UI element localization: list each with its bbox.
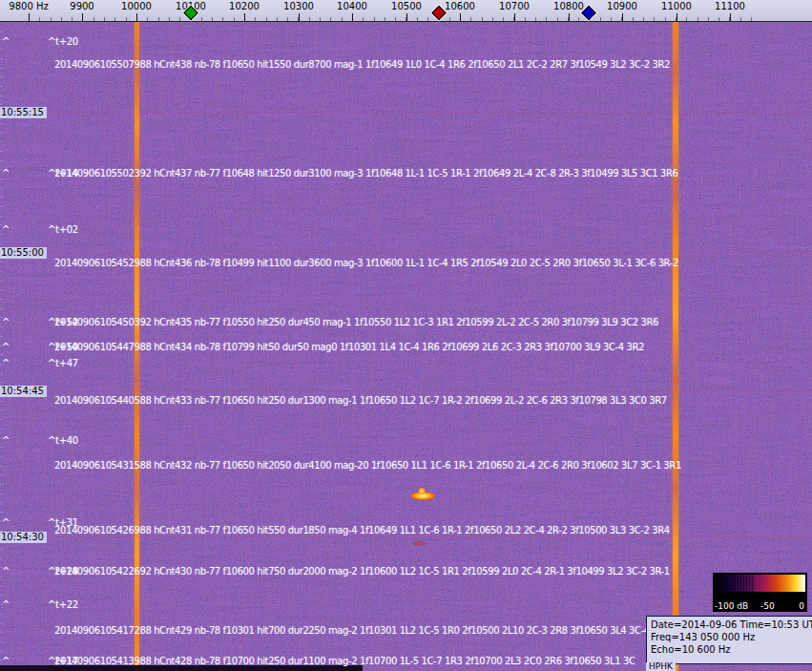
echo-caret-icon: ^ — [2, 358, 10, 368]
detection-log-line: 20140906105440588 hCnt433 nb-77 f10650 h… — [54, 395, 667, 406]
time-gridline — [0, 112, 812, 113]
detection-log-line: 20140906105502392 hCnt437 nb-77 f10648 h… — [54, 168, 678, 178]
echo-caret-icon: ^ — [2, 168, 10, 178]
freq-tick-mark — [569, 13, 570, 21]
echo-caret-icon: ^ — [2, 317, 10, 327]
freq-tick-label: 10500 — [391, 1, 422, 11]
frequency-minor-ticks — [29, 17, 754, 21]
echo-caret-icon: ^ — [2, 342, 10, 352]
echo-caret-icon: ^ — [2, 656, 10, 666]
detection-log-line: 20140906105426988 hCnt431 nb-77 f10650 h… — [54, 525, 670, 535]
observation-info-box: Date=2014-09-06 Time=10:53 UTCFreq=143 0… — [646, 616, 812, 664]
meteor-echo-blob — [413, 541, 426, 546]
freq-tick-mark — [406, 13, 407, 21]
freq-tick-label: 10000 — [121, 1, 152, 11]
db-min-label: -100 dB — [715, 601, 748, 611]
echo-caret-icon: ^ — [2, 36, 10, 47]
echo-time-marker: ^t+31 — [48, 517, 78, 528]
time-axis-label: 10:55:15 — [0, 107, 47, 118]
freq-gridline — [29, 21, 30, 671]
echo-caret-icon: ^ — [2, 566, 10, 577]
echo-caret-icon: ^ — [2, 435, 10, 446]
freq-tick-mark — [677, 13, 677, 21]
detection-log-line: 20140906105507988 hCnt438 nb-78 f10650 h… — [54, 59, 670, 70]
freq-tick-mark — [82, 13, 83, 21]
echo-caret-icon: ^ — [2, 599, 10, 610]
echo-time-marker: ^t+50 — [48, 342, 78, 352]
meteor-echo-blob — [419, 488, 425, 493]
echo-time-marker: ^t+20 — [48, 36, 78, 47]
info-box-line: Echo=10 600 Hz — [651, 643, 812, 656]
freq-tick-label: 11000 — [661, 1, 692, 11]
freq-tick-mark — [299, 13, 300, 21]
meteor-echo-blob — [410, 492, 435, 500]
db-scale-labels: -100 dB -50 0 — [713, 599, 807, 611]
detection-log-line: 20140906105431588 hCnt432 nb-77 f10650 h… — [54, 460, 681, 471]
time-gridline — [0, 390, 812, 391]
time-axis-label: 10:54:30 — [0, 532, 47, 543]
db-scale-legend: -100 dB -50 0 — [713, 573, 807, 612]
freq-tick-label: 10400 — [337, 1, 367, 11]
echo-time-marker: ^t+40 — [48, 435, 78, 446]
freq-tick-mark — [622, 13, 623, 21]
freq-tick-label: 10900 — [607, 1, 637, 11]
info-box-line: Date=2014-09-06 Time=10:53 UTC — [651, 619, 812, 631]
freq-tick-label: 10300 — [283, 1, 314, 11]
freq-tick-label: 11100 — [715, 1, 745, 11]
meteor-echo-spectrogram-window: 9800 Hz990010000101001020010300104001050… — [0, 0, 812, 671]
detection-log-line: 20140906105422692 hCnt430 nb-77 f10600 h… — [54, 566, 670, 577]
echo-time-marker: ^t+47 — [48, 358, 78, 368]
freq-tick-label: 10600 — [445, 1, 475, 11]
carrier-signal-stripe — [673, 21, 678, 671]
echo-time-marker: ^t+17 — [48, 656, 78, 666]
freq-tick-mark — [29, 13, 30, 21]
time-gridline — [0, 252, 812, 253]
info-box-line: Freq=143 050 000 Hz — [651, 631, 812, 643]
echo-time-marker: ^t+22 — [48, 599, 78, 610]
detection-log-line: 20140906105452988 hCnt436 nb-78 f10499 h… — [54, 258, 678, 268]
freq-tick-mark — [244, 13, 245, 21]
freq-tick-label: 9800 Hz — [9, 1, 48, 11]
db-gradient-dither — [715, 575, 755, 592]
spectrogram-canvas[interactable]: 20140906105507988 hCnt438 nb-78 f10650 h… — [0, 21, 812, 671]
detection-log-line: 20140906105450392 hCnt435 nb-77 f10550 h… — [54, 317, 658, 327]
echo-time-marker: ^t+02 — [48, 224, 78, 235]
freq-tick-mark — [514, 13, 515, 21]
db-max-label: 0 — [799, 601, 804, 611]
time-axis-label: 10:54:45 — [0, 386, 47, 397]
freq-tick-mark — [352, 13, 353, 21]
time-gridline — [0, 536, 812, 537]
echo-caret-icon: ^ — [2, 224, 10, 235]
freq-tick-label: 10700 — [499, 1, 530, 11]
detection-log-line: 20140906105413988 hCnt428 nb-78 f10700 h… — [54, 656, 635, 666]
time-axis-label: 10:55:00 — [0, 247, 47, 259]
freq-tick-mark — [136, 13, 137, 21]
echo-time-marker: ^t+28 — [48, 566, 78, 577]
freq-tick-label: 9900 — [70, 1, 94, 11]
freq-tick-label: 10200 — [229, 1, 260, 11]
db-mid-label: -50 — [760, 601, 775, 611]
freq-tick-label: 10800 — [553, 1, 584, 11]
detection-log-line: 20140906105447988 hCnt434 nb-78 f10799 h… — [54, 342, 644, 352]
detection-log-line: 20140906105417288 hCnt429 nb-78 f10301 h… — [54, 625, 670, 636]
station-label: HPHK — [646, 662, 676, 671]
frequency-ruler[interactable]: 9800 Hz990010000101001020010300104001050… — [0, 0, 812, 22]
echo-caret-icon: ^ — [2, 517, 10, 528]
echo-time-marker: ^t+14 — [48, 168, 78, 178]
freq-tick-mark — [460, 13, 461, 21]
echo-time-marker: ^t+52 — [48, 317, 78, 327]
freq-tick-mark — [730, 13, 731, 21]
